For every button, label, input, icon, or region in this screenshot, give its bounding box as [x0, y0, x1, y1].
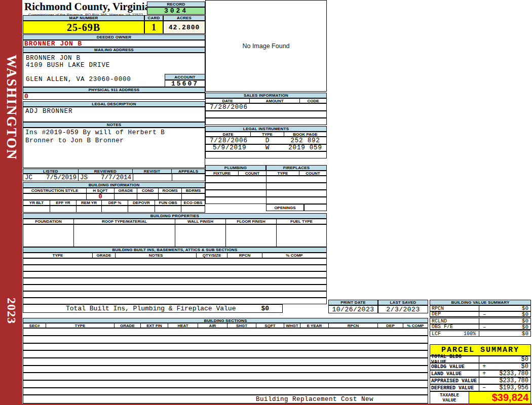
year-label: 2023 — [5, 298, 18, 324]
footer-label: Building Replacement Cost New — [241, 396, 388, 403]
openings-value — [304, 204, 327, 211]
depovr-label: DEPOVR — [128, 200, 155, 205]
rooms-label: ROOMS — [159, 188, 182, 193]
ps-value: $233,780 — [499, 370, 528, 377]
sidebar: WASHINGTON 2023 — [0, 0, 22, 405]
instrument-1-bookpage: 252 892 — [284, 137, 326, 144]
property-image-placeholder: No Image Found — [205, 0, 327, 92]
builtin-notes-label: NOTES — [116, 253, 197, 258]
plumbing-title: PLUMBING — [205, 165, 266, 171]
bvs-label: DEP — [430, 312, 479, 316]
listed-by: JC — [25, 174, 32, 181]
blank-row — [23, 358, 428, 366]
instrument-1-type: D — [251, 137, 284, 144]
county-title: Richmond County, Virginia — [24, 1, 147, 13]
roof-label: ROOF TYPE/MATERIAL — [74, 219, 175, 224]
sec-heat-label: HEAT — [168, 323, 198, 328]
bvs-value: $0 — [522, 324, 528, 330]
ps-value-cell: +$0 — [479, 363, 530, 370]
sales-amount-label: AMOUNT — [250, 99, 300, 103]
sec-eyear-label: E YEAR — [300, 323, 329, 328]
cond-label: COND — [137, 188, 159, 193]
blank-row — [23, 278, 327, 285]
ps-row-obldg: OBLDG VALUE +$0 — [430, 363, 531, 370]
ps-label: LAND VALUE — [430, 371, 479, 377]
appeals-label: APPEALS — [171, 169, 205, 174]
blank-row — [23, 271, 327, 278]
bvs-row-rclnd: RCLND $0 — [430, 318, 531, 324]
built-ins-total-value: $0 — [261, 305, 269, 312]
instrument-bookpage-label: BOOK PAGE — [284, 132, 326, 136]
card-value: 1 — [144, 21, 163, 34]
taxable-label: TAXABLE VALUE — [430, 392, 469, 403]
ps-row-taxable: TAXABLE VALUE $39,824 — [430, 391, 531, 404]
bvs-value-cell: $0 — [479, 306, 530, 311]
sec-air-label: AIR — [198, 323, 227, 328]
bvs-lcf-percent: 100% — [464, 331, 476, 337]
blank-row — [23, 343, 428, 350]
physical-address-value: 0 — [23, 93, 205, 100]
instrument-1-date: 7/28/2006 — [206, 137, 251, 144]
instrument-row-2: 5/9/2019 W 2019 059 — [205, 144, 327, 151]
mailing-address-label: MAILING ADDRESS — [23, 47, 205, 53]
sales-row-1: 7/28/2006 — [205, 103, 327, 111]
plumbfire-header-row: FIXTURE COUNT TYPE COUNT — [205, 171, 327, 176]
hsqft-label: H SQFT — [87, 188, 115, 193]
instrument-2-date: 5/9/2019 — [206, 144, 251, 151]
bvs-value: $0 — [522, 305, 528, 311]
bvs-row-dep: DEP –$0 — [430, 311, 531, 317]
legal-description-value: ADJ BRONNER — [23, 107, 205, 122]
listed-date: 7/5/2019 — [46, 174, 77, 181]
bvs-row-obs: OBS F/E –$0 — [430, 324, 531, 330]
built-ins-header: TYPE GRADE NOTES QTY/SIZE RPCN % COMP — [23, 253, 327, 258]
builtin-type-label: TYPE — [23, 253, 93, 258]
empty-cell — [267, 176, 326, 182]
building-properties-body — [23, 224, 327, 247]
instrument-row-3 — [205, 151, 327, 158]
bdrms-value — [182, 194, 205, 199]
bvs-value-cell: –$0 — [479, 325, 530, 329]
sales-code-label: CODE — [300, 99, 326, 103]
plumbfire-row — [205, 183, 327, 190]
bvs-sign: – — [483, 311, 486, 317]
ps-sign: + — [482, 363, 486, 370]
bvs-label: OBS F/E — [430, 325, 479, 329]
ps-value: $0 — [521, 356, 528, 363]
sec-extfin-label: EXT FIN — [141, 323, 168, 328]
ps-value-cell: $0 — [479, 356, 530, 362]
building-info-value-2 — [23, 206, 205, 213]
building-sections-header: SEC# TYPE GRADE EXT FIN HEAT AIR SHGT SQ… — [23, 323, 428, 328]
construction-style-value — [23, 194, 87, 199]
blank-row — [23, 366, 428, 373]
instrument-2-type: W — [251, 144, 284, 151]
dep-value — [102, 206, 128, 212]
building-sections-title: BUILDING SECTIONS — [23, 318, 428, 323]
bvs-value-cell: –$0 — [479, 312, 530, 316]
fireplace-type-label: TYPE — [267, 171, 299, 175]
account-value: 15607 — [165, 80, 205, 87]
sec-grade-label: GRADE — [115, 323, 141, 328]
map-number-label: MAP NUMBER — [23, 15, 144, 21]
foundation-label: FOUNDATION — [23, 219, 74, 224]
ps-label: DEFERRED VALUE — [430, 385, 479, 391]
instrument-row-1: 7/28/2006 D 252 892 — [205, 137, 327, 144]
built-ins-total-label: Total Built Ins, Plumbing & Fireplace Va… — [66, 305, 236, 312]
acres-label: ACRES — [163, 15, 205, 21]
empty-cell — [267, 190, 326, 196]
ps-value-cell: –$193,956 — [479, 385, 530, 391]
rooms-value — [159, 194, 182, 199]
notes-label: NOTES — [23, 122, 205, 128]
visit-header-row: LISTED REVIEWED REVISIT APPEALS — [23, 169, 205, 174]
ps-value-cell: +$233,780 — [479, 371, 530, 377]
building-information-title: BUILDING INFORMATION — [23, 182, 205, 188]
bvs-value-cell: $0 — [479, 331, 530, 336]
legal-instruments-title: LEGAL INSTRUMENTS — [205, 126, 327, 132]
record-label: RECORD — [147, 2, 205, 7]
physical-address-label: PHYSICAL 911 ADDRESS — [23, 87, 205, 93]
bvs-value: $0 — [522, 311, 528, 317]
notes-line-2: Bronner to Jon B Bronner — [25, 137, 124, 144]
last-saved-label: LAST SAVED — [378, 300, 428, 305]
reviewed-date: 7/7/2014 — [101, 174, 131, 181]
grade-value — [115, 194, 137, 199]
fuel-type-label: FUEL TYPE — [277, 219, 326, 224]
